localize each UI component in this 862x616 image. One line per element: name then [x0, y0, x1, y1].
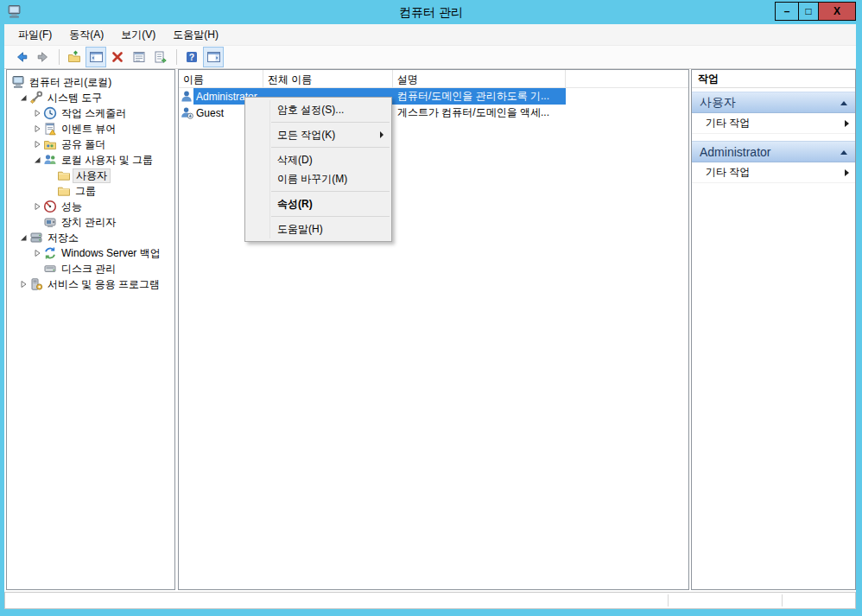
- expander-collapsed-icon[interactable]: [31, 124, 42, 135]
- minimize-button[interactable]: –: [775, 2, 799, 21]
- context-menu: 암호 설정(S)... 모든 작업(K) 삭제(D) 이름 바꾸기(M) 속성(…: [244, 97, 392, 242]
- tree-item-groups[interactable]: 그룹: [7, 183, 174, 199]
- back-arrow-icon: [15, 50, 29, 64]
- tree-item-label: 장치 관리자: [59, 216, 118, 229]
- delete-x-icon: [111, 50, 124, 64]
- expander-expanded-icon[interactable]: [17, 232, 29, 244]
- performance-icon: [43, 200, 57, 213]
- tree-item-storage[interactable]: 저장소: [7, 230, 174, 245]
- delete-button[interactable]: [107, 47, 128, 67]
- tree-item-users[interactable]: 사용자: [7, 168, 174, 183]
- expander-collapsed-icon[interactable]: [31, 201, 42, 213]
- tree-item-disk-management[interactable]: 디스크 관리: [7, 261, 174, 276]
- expander-none: [45, 170, 56, 181]
- action-item-more-actions-users[interactable]: 기타 작업: [692, 113, 855, 134]
- services-applications-icon: [29, 277, 43, 291]
- submenu-arrow-icon: [845, 120, 849, 127]
- back-button[interactable]: [11, 47, 32, 67]
- context-menu-item-help[interactable]: 도움말(H): [245, 219, 391, 238]
- folder-icon: [57, 184, 71, 198]
- tree-item-label: 그룹: [73, 185, 98, 198]
- properties-button[interactable]: [129, 47, 149, 67]
- context-menu-separator: [271, 147, 390, 148]
- local-users-groups-icon: [43, 153, 57, 167]
- window-controls: – □ X: [775, 2, 856, 21]
- expander-expanded-icon[interactable]: [17, 92, 29, 104]
- device-manager-icon: [43, 215, 57, 229]
- collapse-arrow-icon[interactable]: [840, 150, 847, 155]
- up-one-level-button[interactable]: [64, 47, 85, 67]
- collapse-arrow-icon[interactable]: [840, 101, 847, 105]
- folder-icon: [57, 168, 71, 182]
- context-menu-item-properties[interactable]: 속성(R): [245, 194, 391, 213]
- column-header-full-name[interactable]: 전체 이름: [263, 70, 393, 87]
- tree-item-label: 작업 스케줄러: [59, 107, 129, 120]
- tree-item-system-tools[interactable]: 시스템 도구: [7, 90, 174, 105]
- action-section-users[interactable]: 사용자: [692, 92, 855, 113]
- toolbar-separator: [176, 49, 177, 65]
- column-header-empty: [566, 70, 688, 87]
- disk-management-icon: [43, 262, 57, 276]
- export-list-icon: [154, 50, 168, 64]
- menu-file[interactable]: 파일(F): [10, 24, 60, 45]
- main-area: 컴퓨터 관리(로컬) 시스템 도구 작업 스케줄러: [4, 69, 856, 590]
- context-menu-item-delete[interactable]: 삭제(D): [245, 150, 391, 169]
- context-menu-item-all-tasks[interactable]: 모든 작업(K): [245, 125, 391, 144]
- titlebar: 컴퓨터 관리 – □ X: [0, 0, 862, 24]
- context-menu-item-set-password[interactable]: 암호 설정(S)...: [245, 100, 391, 119]
- menu-help[interactable]: 도움말(H): [164, 24, 227, 45]
- tree-item-label: 서비스 및 응용 프로그램: [45, 278, 162, 291]
- windows-server-backup-icon: [43, 246, 57, 260]
- toolbar: ?: [4, 46, 856, 69]
- folder-up-icon: [67, 50, 81, 64]
- help-button[interactable]: ?: [181, 47, 202, 67]
- expander-collapsed-icon[interactable]: [31, 248, 42, 259]
- show-action-pane-button[interactable]: [203, 47, 224, 67]
- column-header-name[interactable]: 이름: [179, 70, 263, 87]
- list-cell-description: 게스트가 컴퓨터/도메인을 액세...: [393, 105, 566, 120]
- action-pane-title: 작업: [692, 70, 855, 88]
- action-section-administrator[interactable]: Administrator: [692, 141, 855, 162]
- properties-icon: [132, 50, 146, 64]
- action-section-title: 사용자: [700, 95, 736, 111]
- tree-item-task-scheduler[interactable]: 작업 스케줄러: [7, 105, 174, 121]
- tree-item-event-viewer[interactable]: 이벤트 뷰어: [7, 121, 174, 137]
- maximize-button[interactable]: □: [798, 2, 819, 21]
- context-menu-separator: [271, 191, 390, 192]
- tree-item-computer-management[interactable]: 컴퓨터 관리(로컬): [7, 74, 174, 90]
- tree-item-shared-folders[interactable]: 공유 폴더: [7, 137, 174, 152]
- tree-item-label: 공유 폴더: [59, 138, 108, 151]
- forward-button[interactable]: [33, 47, 54, 67]
- menu-action[interactable]: 동작(A): [60, 24, 112, 45]
- tree-item-performance[interactable]: 성능: [7, 199, 174, 214]
- tree-item-services-applications[interactable]: 서비스 및 응용 프로그램: [7, 276, 174, 292]
- list-cell-description: 컴퓨터/도메인을 관리하도록 기...: [393, 89, 566, 104]
- expander-expanded-icon[interactable]: [31, 155, 42, 166]
- action-item-label: 기타 작업: [706, 116, 750, 130]
- context-menu-item-rename[interactable]: 이름 바꾸기(M): [245, 169, 391, 188]
- show-console-tree-button[interactable]: [86, 47, 106, 67]
- menu-view[interactable]: 보기(V): [112, 24, 164, 45]
- export-list-button[interactable]: [150, 47, 171, 67]
- toolbar-separator: [59, 49, 60, 65]
- action-item-more-actions-administrator[interactable]: 기타 작업: [692, 162, 855, 183]
- context-menu-item-label: 모든 작업(K): [277, 129, 335, 141]
- tree-item-label: 컴퓨터 관리(로컬): [27, 76, 114, 89]
- tree-item-windows-server-backup[interactable]: Windows Server 백업: [7, 245, 174, 261]
- action-item-label: 기타 작업: [706, 165, 750, 180]
- expander-collapsed-icon[interactable]: [17, 279, 29, 290]
- menubar: 파일(F) 동작(A) 보기(V) 도움말(H): [4, 24, 856, 46]
- action-section-title: Administrator: [700, 145, 770, 159]
- tree-item-device-manager[interactable]: 장치 관리자: [7, 214, 174, 230]
- submenu-arrow-icon: [845, 169, 849, 176]
- tree-item-label: 디스크 관리: [59, 263, 118, 276]
- tree-item-label: 성능: [59, 200, 85, 213]
- action-pane-icon: [206, 50, 221, 64]
- tree-item-local-users-groups[interactable]: 로컬 사용자 및 그룹: [7, 152, 174, 168]
- column-header-description[interactable]: 설명: [393, 70, 566, 87]
- action-pane: 작업 사용자 기타 작업 Administrator 기타 작업: [691, 69, 856, 590]
- storage-icon: [29, 231, 43, 244]
- close-button[interactable]: X: [818, 2, 856, 21]
- expander-collapsed-icon[interactable]: [31, 108, 42, 119]
- expander-collapsed-icon[interactable]: [31, 139, 42, 150]
